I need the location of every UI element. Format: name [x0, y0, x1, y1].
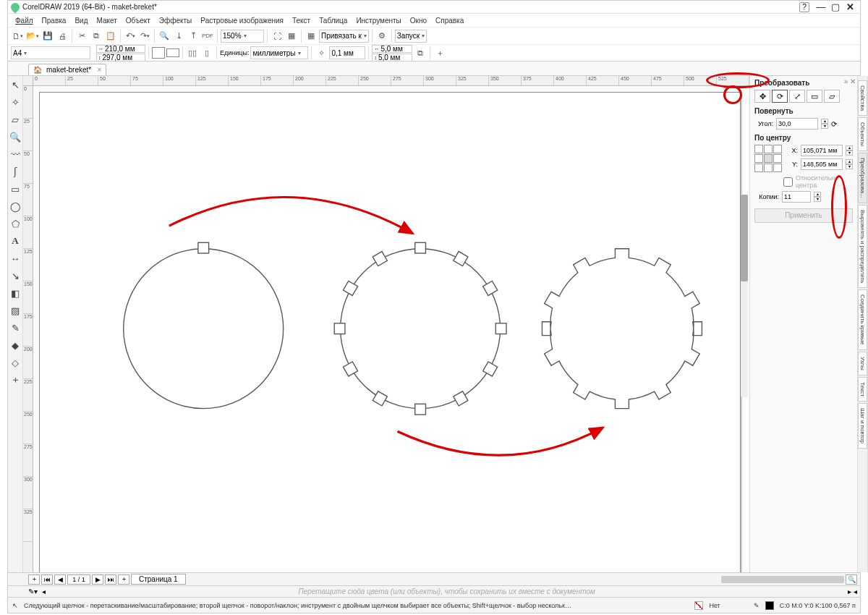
vertical-scrollbar[interactable] — [741, 195, 748, 397]
relative-center-checkbox[interactable] — [783, 177, 793, 187]
menu-tools[interactable]: Инструменты — [352, 15, 405, 26]
zoom-tool[interactable]: 🔍 — [8, 130, 22, 144]
center-x-input[interactable]: 105,071 мм — [801, 145, 843, 156]
page-height-input[interactable]: ↕297,0 мм — [96, 54, 145, 62]
menu-window[interactable]: Окно — [406, 15, 431, 26]
page-width-input[interactable]: ↔210,0 мм — [96, 45, 145, 53]
launch-dropdown[interactable]: Запуск ▾ — [395, 30, 427, 43]
fullscreen-button[interactable]: ⛶ — [271, 30, 284, 43]
vtab-transform[interactable]: Преобразова... — [858, 153, 867, 203]
menu-text[interactable]: Текст — [288, 15, 315, 26]
menu-effects[interactable]: Эффекты — [155, 15, 196, 26]
drawing-canvas[interactable] — [39, 92, 741, 572]
close-button[interactable]: ✕ — [843, 2, 857, 12]
y-spinner[interactable]: ▴▾ — [846, 159, 853, 169]
open-button[interactable]: 📂▾ — [25, 30, 40, 43]
help-icon[interactable]: ? — [799, 2, 809, 12]
transparency-tool[interactable]: ▨ — [8, 303, 22, 318]
vtab-join-curves[interactable]: Соединить кривые — [858, 289, 867, 349]
polygon-tool[interactable]: ⬠ — [8, 216, 22, 231]
all-pages-button[interactable]: ▯▯ — [186, 46, 199, 59]
dup-y-input[interactable]: ↕5,0 мм — [372, 54, 412, 62]
cut-button[interactable]: ✂ — [75, 30, 88, 43]
export-button[interactable]: ⤒ — [187, 30, 200, 43]
nudge-input[interactable]: 0,1 мм — [329, 46, 365, 59]
transform-tab-position[interactable]: ✥ — [754, 90, 770, 103]
fill-tool[interactable]: ◆ — [8, 338, 22, 352]
landscape-button[interactable] — [166, 48, 179, 57]
page-add-button[interactable]: ＋ — [28, 574, 40, 585]
page-prev-button[interactable]: ◀ — [54, 574, 66, 585]
units-dropdown[interactable]: миллиметры ▾ — [250, 46, 308, 59]
outline-tool[interactable]: ◇ — [8, 355, 22, 370]
freehand-tool[interactable]: 〰 — [8, 147, 22, 161]
outline-swatch[interactable] — [765, 601, 774, 610]
publish-pdf-button[interactable]: PDF — [201, 30, 214, 43]
menu-help[interactable]: Справка — [431, 15, 468, 26]
search-button[interactable]: 🔍 — [158, 30, 171, 43]
eyedropper-tool[interactable]: ✎ — [8, 321, 22, 335]
new-doc-button[interactable]: 🗋▾ — [11, 30, 24, 43]
transform-tab-size[interactable]: ▭ — [807, 90, 822, 103]
vtab-objects[interactable]: Объекты — [858, 117, 867, 151]
snap-to-dropdown[interactable]: Привязать к ▾ — [319, 30, 369, 43]
page-last-button[interactable]: ⏭ — [105, 574, 116, 585]
vtab-align[interactable]: Выровнять и распределить — [858, 205, 867, 289]
import-button[interactable]: ⤓ — [172, 30, 185, 43]
menu-table[interactable]: Таблица — [315, 15, 352, 26]
swatch-area-handle[interactable]: ◂ — [42, 588, 46, 595]
duplicate-button[interactable]: ⧉ — [414, 46, 427, 59]
dup-x-input[interactable]: ↔5,0 мм — [372, 45, 412, 53]
connector-tool[interactable]: ↘ — [8, 268, 22, 283]
dropper-icon[interactable]: ✎▾ — [28, 588, 38, 595]
portrait-button[interactable] — [152, 47, 165, 59]
vertical-ruler[interactable]: 025 5075 100125 150175 200225 250275 300… — [23, 86, 33, 572]
page-first-button[interactable]: ⏮ — [41, 574, 53, 585]
page-tab-1[interactable]: Страница 1 — [131, 574, 186, 585]
angle-spinner[interactable]: ▴▾ — [821, 119, 828, 129]
menu-layout[interactable]: Макет — [92, 15, 121, 26]
zoom-dropdown[interactable]: 150% ▾ — [221, 30, 264, 43]
vtab-text[interactable]: Текст — [858, 377, 867, 402]
copies-input[interactable]: 11 — [782, 191, 811, 203]
copies-spinner[interactable]: ▴▾ — [814, 192, 821, 202]
menu-edit[interactable]: Правка — [38, 15, 71, 26]
copy-button[interactable]: ⧉ — [90, 30, 103, 43]
text-tool[interactable]: A — [8, 234, 22, 248]
page-preset-dropdown[interactable]: A4 ▾ — [11, 46, 90, 59]
swatch-area-handle-r[interactable]: ▸ ◂ — [848, 588, 857, 595]
transform-tab-rotate[interactable]: ⟳ — [772, 90, 788, 103]
horizontal-ruler[interactable]: 025 5075 100125 150175 200225 250275 300… — [23, 76, 749, 86]
current-page-button[interactable]: ▯ — [200, 46, 213, 59]
apply-button[interactable]: Применить — [754, 208, 853, 223]
horizontal-scrollbar[interactable] — [721, 576, 844, 583]
minimize-button[interactable]: — — [814, 2, 828, 12]
options-button[interactable]: ⚙ — [375, 30, 388, 43]
document-tab[interactable]: 🏠 maket-breket* × — [28, 64, 106, 75]
snap-options-button[interactable]: ▦ — [305, 30, 318, 43]
angle-input[interactable]: 30,0 — [776, 118, 818, 130]
ellipse-tool[interactable]: ◯ — [8, 199, 22, 213]
menu-object[interactable]: Объект — [122, 15, 155, 26]
rectangle-tool[interactable]: ▭ — [8, 182, 22, 196]
docker-close-icon[interactable]: » ✕ — [844, 77, 856, 85]
menu-view[interactable]: Вид — [70, 15, 92, 26]
shape-tool[interactable]: ✧ — [8, 95, 22, 109]
fill-none-swatch[interactable] — [694, 601, 703, 610]
add-toolbar-item[interactable]: ＋ — [433, 46, 446, 59]
add-tool[interactable]: ＋ — [8, 373, 22, 387]
transform-tab-skew[interactable]: ▱ — [824, 90, 840, 103]
nav-zoom-button[interactable]: 🔍 — [846, 574, 857, 585]
print-button[interactable]: 🖨 — [56, 30, 69, 43]
save-button[interactable]: 💾 — [41, 30, 54, 43]
anchor-grid[interactable] — [754, 145, 782, 172]
redo-button[interactable]: ↷▾ — [138, 30, 151, 43]
tab-close-icon[interactable]: × — [97, 66, 101, 74]
crop-tool[interactable]: ▱ — [8, 112, 22, 127]
menu-file[interactable]: Файл — [11, 15, 38, 26]
x-spinner[interactable]: ▴▾ — [846, 145, 853, 156]
maximize-button[interactable]: ▢ — [828, 2, 843, 12]
center-y-input[interactable]: 148,505 мм — [801, 158, 843, 170]
undo-button[interactable]: ↶▾ — [124, 30, 137, 43]
transform-tab-scale[interactable]: ⤢ — [789, 90, 805, 103]
